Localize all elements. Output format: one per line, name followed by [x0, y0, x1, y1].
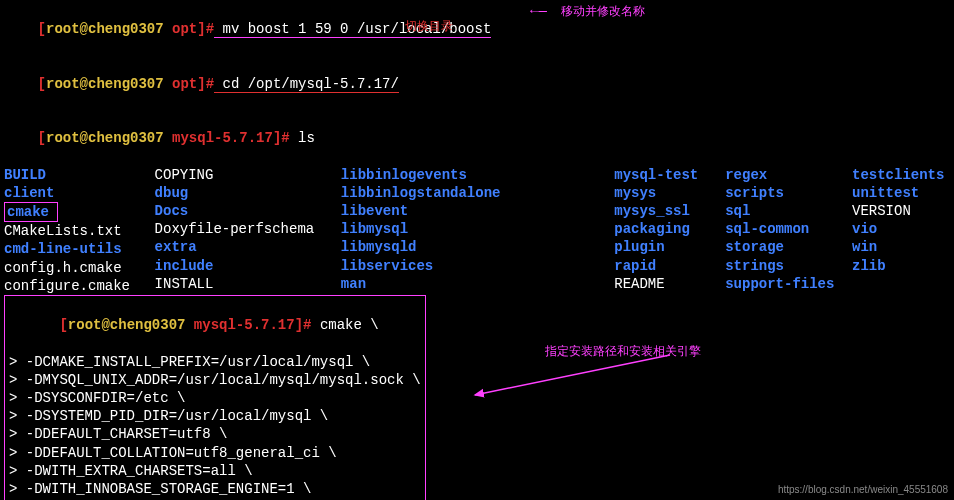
ls-item: libmysqld [341, 238, 614, 256]
ls-item: mysys [614, 184, 725, 202]
ls-item: libevent [341, 202, 614, 220]
svg-line-0 [475, 355, 670, 395]
command-ls: ls [290, 130, 315, 146]
ls-item: COPYING [155, 166, 341, 184]
ls-item: client [4, 184, 155, 202]
watermark: https://blog.csdn.net/weixin_45551608 [778, 483, 948, 496]
prompt-userhost: [ [38, 21, 46, 37]
ls-item: libbinlogevents [341, 166, 614, 184]
ls-item: config.h.cmake [4, 259, 155, 277]
ls-item: unittest [852, 184, 950, 202]
annotation-1: ←— 移动并修改名称 [530, 2, 645, 21]
command-cd: cd /opt/mysql-5.7.17/ [214, 76, 399, 93]
annotation-2: 切换目录 [405, 20, 453, 36]
cmake-command-block: [root@cheng0307 mysql-5.7.17]# cmake \ >… [4, 295, 426, 500]
cmake-line: > -DDEFAULT_CHARSET=utf8 \ [9, 425, 421, 443]
cmake-line: > -DMYSQL_UNIX_ADDR=/usr/local/mysql/mys… [9, 371, 421, 389]
ls-item: libservices [341, 257, 614, 275]
ls-item: cmake [4, 202, 155, 222]
ls-item: INSTALL [155, 275, 341, 293]
ls-item: Doxyfile-perfschema [155, 220, 341, 238]
prompt-line-1[interactable]: [root@cheng0307 opt]# mv boost 1 59 0 /u… [4, 2, 950, 57]
prompt-line-4[interactable]: [root@cheng0307 mysql-5.7.17]# cmake \ [9, 298, 421, 353]
cmake-line: > -DCMAKE_INSTALL_PREFIX=/usr/local/mysq… [9, 353, 421, 371]
ls-item: packaging [614, 220, 725, 238]
cmake-line: > -DSYSCONFDIR=/etc \ [9, 389, 421, 407]
ls-item: vio [852, 220, 950, 238]
ls-item: storage [725, 238, 852, 256]
ls-item: libbinlogstandalone [341, 184, 614, 202]
ls-item: README [614, 275, 725, 293]
prompt-cwd: opt [172, 21, 197, 37]
ls-item: mysys_ssl [614, 202, 725, 220]
prompt-line-2[interactable]: [root@cheng0307 opt]# cd /opt/mysql-5.7.… [4, 57, 950, 112]
ls-item: CMakeLists.txt [4, 222, 155, 240]
cmake-line: > -DWITH_EXTRA_CHARSETS=all \ [9, 462, 421, 480]
ls-item: Docs [155, 202, 341, 220]
ls-item: include [155, 257, 341, 275]
ls-item: configure.cmake [4, 277, 155, 295]
ls-item: win [852, 238, 950, 256]
command-cmake: cmake \ [312, 317, 379, 333]
ls-output: BUILD client cmake CMakeLists.txt cmd-li… [4, 166, 950, 295]
ls-item: libmysql [341, 220, 614, 238]
ls-item: zlib [852, 257, 950, 275]
ls-item: mysql-test [614, 166, 725, 184]
ls-item: extra [155, 238, 341, 256]
arrow-left-icon: ←— [530, 3, 547, 19]
ls-item: man [341, 275, 614, 293]
ls-item: testclients [852, 166, 950, 184]
ls-item: VERSION [852, 202, 950, 220]
prompt-line-3[interactable]: [root@cheng0307 mysql-5.7.17]# ls [4, 111, 950, 166]
ls-item: cmd-line-utils [4, 240, 155, 258]
terminal-output: [root@cheng0307 opt]# mv boost 1 59 0 /u… [0, 0, 954, 500]
ls-item: strings [725, 257, 852, 275]
ls-item: sql-common [725, 220, 852, 238]
cmake-line: > -DSYSTEMD_PID_DIR=/usr/local/mysql \ [9, 407, 421, 425]
ls-item: sql [725, 202, 852, 220]
ls-item: BUILD [4, 166, 155, 184]
ls-item: rapid [614, 257, 725, 275]
prompt-userhost: root@cheng0307 [46, 21, 164, 37]
annotation-3: 指定安装路径和安装相关引擎 [545, 345, 701, 361]
ls-item: support-files [725, 275, 852, 293]
ls-item: plugin [614, 238, 725, 256]
ls-item: dbug [155, 184, 341, 202]
cmake-line: > -DDEFAULT_COLLATION=utf8_general_ci \ [9, 444, 421, 462]
ls-item: regex [725, 166, 852, 184]
cmake-line: > -DWITH_INNOBASE_STORAGE_ENGINE=1 \ [9, 480, 421, 498]
ls-item: scripts [725, 184, 852, 202]
